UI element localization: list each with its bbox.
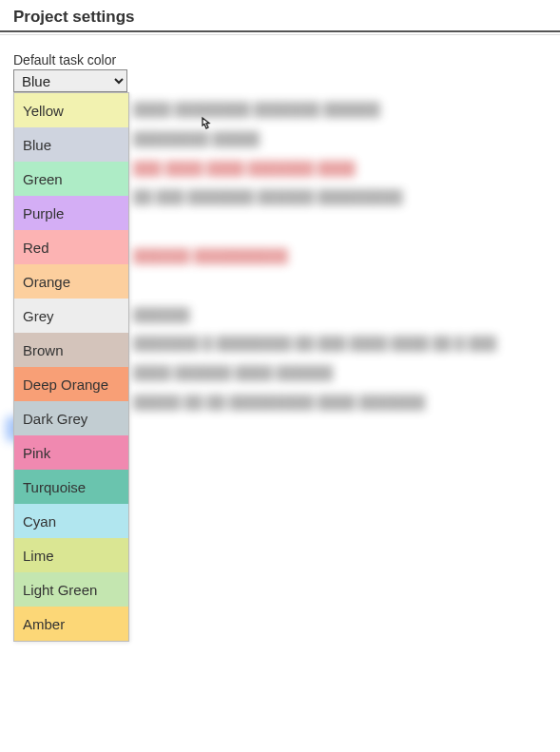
settings-content: ████ ████████ ███████ ██████ ████████ ██… <box>0 52 560 92</box>
color-option[interactable]: Pink <box>14 435 128 470</box>
field-label: Default task color <box>13 52 547 67</box>
color-option[interactable]: Lime <box>14 538 128 572</box>
color-option[interactable]: Yellow <box>14 93 128 127</box>
color-option[interactable]: Cyan <box>14 504 128 538</box>
color-option[interactable]: Blue <box>14 127 128 162</box>
color-option[interactable]: Turquoise <box>14 470 128 504</box>
color-select-wrap: Blue YellowBlueGreenPurpleRedOrangeGreyB… <box>13 69 127 92</box>
color-option[interactable]: Orange <box>14 264 128 299</box>
settings-header: Project settings <box>0 0 560 32</box>
page-title: Project settings <box>13 8 547 27</box>
pointer-cursor-icon <box>198 116 215 140</box>
color-option[interactable]: Light Green <box>14 572 128 607</box>
color-dropdown: YellowBlueGreenPurpleRedOrangeGreyBrownD… <box>13 92 129 642</box>
color-option[interactable]: Grey <box>14 299 128 333</box>
color-option[interactable]: Dark Grey <box>14 401 128 435</box>
color-option[interactable]: Green <box>14 162 128 196</box>
color-option[interactable]: Deep Orange <box>14 367 128 401</box>
color-option[interactable]: Red <box>14 230 128 264</box>
color-option[interactable]: Purple <box>14 196 128 230</box>
divider <box>0 34 560 35</box>
blurred-background: ████ ████████ ███████ ██████ ████████ ██… <box>133 95 550 417</box>
color-option[interactable]: Brown <box>14 333 128 367</box>
color-select[interactable]: Blue <box>13 69 127 92</box>
color-option[interactable]: Amber <box>14 607 128 641</box>
